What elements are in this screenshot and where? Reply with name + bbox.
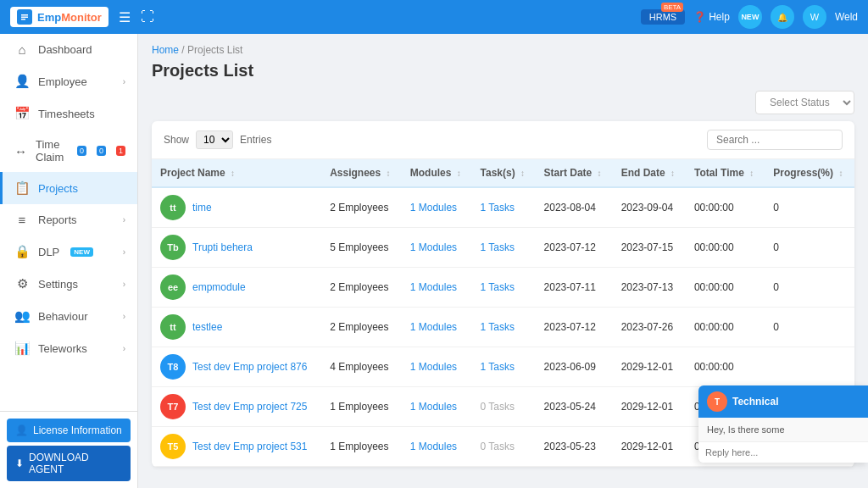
sidebar: ⌂ Dashboard 👤 Employee › 📅 Timesheets ↔ … — [0, 34, 138, 488]
chevron-down-icon: › — [123, 77, 125, 86]
tasks-cell: 1 Tasks — [472, 308, 536, 347]
projects-icon: 📋 — [14, 180, 30, 196]
license-info-button[interactable]: 👤 License Information — [7, 419, 131, 442]
tasks-link[interactable]: 1 Tasks — [481, 281, 515, 293]
status-select[interactable]: Select Status — [755, 91, 854, 114]
project-name-cell: T7 Test dev Emp project 725 — [152, 387, 321, 427]
project-name-link[interactable]: Test dev Emp project 725 — [192, 401, 307, 413]
sidebar-item-projects[interactable]: 📋 Projects — [0, 172, 137, 204]
tasks-link[interactable]: 0 Tasks — [481, 401, 515, 413]
project-name-cell: tt testlee — [152, 308, 321, 347]
sidebar-item-behaviour[interactable]: 👥 Behaviour › — [0, 300, 137, 332]
sort-icon[interactable]: ↕ — [749, 169, 754, 178]
chat-reply-input[interactable] — [698, 442, 868, 463]
entries-select[interactable]: 10 — [196, 130, 233, 149]
sort-icon[interactable]: ↕ — [231, 169, 235, 178]
search-input[interactable] — [707, 130, 843, 150]
sort-icon[interactable]: ↕ — [520, 169, 525, 178]
employee-icon: 👤 — [14, 74, 30, 89]
sidebar-item-time-claim[interactable]: ↔ Time Claim 0 0 1 — [0, 130, 137, 172]
progress-cell: 0 — [765, 308, 854, 347]
modules-link[interactable]: 1 Modules — [410, 441, 457, 452]
project-avatar: tt — [160, 314, 186, 340]
start-date-cell: 2023-07-11 — [536, 268, 613, 308]
tasks-link[interactable]: 1 Tasks — [481, 321, 515, 333]
assignees-cell: 1 Employees — [321, 387, 402, 427]
show-label: Show — [164, 134, 189, 146]
start-date-cell: 2023-05-24 — [536, 387, 613, 427]
tasks-link[interactable]: 0 Tasks — [481, 441, 515, 452]
end-date-cell: 2029-12-01 — [613, 347, 686, 387]
download-agent-button[interactable]: ⬇ DOWNLOAD AGENT — [7, 446, 131, 481]
tasks-link[interactable]: 1 Tasks — [481, 202, 515, 214]
col-progress: Progress(%) ↕ — [765, 159, 854, 187]
assignees-cell: 5 Employees — [321, 228, 402, 268]
notifications-button[interactable]: NEW — [738, 5, 762, 29]
col-total-time: Total Time ↕ — [686, 159, 765, 187]
entries-label: Entries — [240, 134, 271, 146]
expand-button[interactable]: ⛶ — [141, 9, 154, 25]
timesheets-icon: 📅 — [14, 106, 30, 121]
modules-link[interactable]: 1 Modules — [410, 241, 457, 253]
table-row: ee empmodule 2 Employees 1 Modules 1 Tas… — [152, 268, 854, 308]
breadcrumb-home[interactable]: Home — [152, 44, 179, 56]
table-row: tt testlee 2 Employees 1 Modules 1 Tasks… — [152, 308, 854, 347]
chevron-down-icon: › — [123, 280, 125, 289]
sort-icon[interactable]: ↕ — [457, 169, 461, 178]
chat-message: Hey, Is there some — [698, 418, 868, 441]
sort-icon[interactable]: ↕ — [387, 169, 391, 178]
sort-icon[interactable]: ↕ — [670, 169, 675, 178]
tasks-link[interactable]: 1 Tasks — [481, 241, 515, 253]
project-name-link[interactable]: empmodule — [192, 281, 246, 293]
sidebar-item-teleworks[interactable]: 📊 Teleworks › — [0, 332, 137, 364]
end-date-cell: 2023-09-04 — [613, 187, 686, 228]
help-button[interactable]: ❓ Help — [693, 11, 730, 23]
modules-link[interactable]: 1 Modules — [410, 401, 457, 413]
project-name-link[interactable]: Test dev Emp project 876 — [192, 361, 307, 373]
col-start-date: Start Date ↕ — [536, 159, 613, 187]
sort-icon[interactable]: ↕ — [598, 169, 602, 178]
page-title: Projects List — [152, 61, 854, 80]
chat-widget: T Technical Hey, Is there some — [698, 385, 868, 463]
sidebar-item-dashboard[interactable]: ⌂ Dashboard — [0, 34, 137, 65]
sidebar-item-dlp[interactable]: 🔒 DLP NEW › — [0, 236, 137, 268]
hamburger-button[interactable]: ☰ — [119, 9, 131, 25]
modules-link[interactable]: 1 Modules — [410, 202, 457, 214]
teleworks-icon: 📊 — [14, 341, 30, 356]
tasks-link[interactable]: 1 Tasks — [481, 361, 515, 373]
project-avatar: T5 — [160, 434, 186, 459]
hrms-button[interactable]: BETA HRMS — [641, 9, 685, 25]
sidebar-item-timesheets[interactable]: 📅 Timesheets — [0, 97, 137, 130]
end-date-cell: 2029-12-01 — [613, 427, 686, 467]
sidebar-item-employee[interactable]: 👤 Employee › — [0, 65, 137, 97]
user-avatar[interactable]: W — [803, 5, 826, 29]
modules-link[interactable]: 1 Modules — [410, 281, 457, 293]
bell-button[interactable]: 🔔 — [771, 5, 794, 29]
progress-cell: 0 — [765, 187, 854, 228]
tasks-cell: 1 Tasks — [472, 228, 536, 268]
project-name-link[interactable]: testlee — [192, 321, 222, 333]
table-row: tt time 2 Employees 1 Modules 1 Tasks 20… — [152, 187, 854, 228]
modules-link[interactable]: 1 Modules — [410, 321, 457, 333]
project-name-link[interactable]: Trupti behera — [192, 241, 253, 253]
col-end-date: End Date ↕ — [613, 159, 686, 187]
table-row: T8 Test dev Emp project 876 4 Employees … — [152, 347, 854, 387]
project-name-link[interactable]: time — [192, 202, 212, 214]
modules-link[interactable]: 1 Modules — [410, 361, 457, 373]
logo-icon — [17, 9, 32, 25]
top-header: EmpMonitor ☰ ⛶ BETA HRMS ❓ Help NEW 🔔 W … — [0, 0, 868, 34]
chat-input-area — [698, 441, 868, 463]
start-date-cell: 2023-07-12 — [536, 308, 613, 347]
end-date-cell: 2023-07-15 — [613, 228, 686, 268]
time-claim-badge-1: 0 — [77, 146, 86, 156]
project-name-link[interactable]: Test dev Emp project 531 — [192, 441, 307, 452]
sidebar-footer: 👤 License Information ⬇ DOWNLOAD AGENT — [0, 411, 137, 488]
sidebar-item-settings[interactable]: ⚙ Settings › — [0, 268, 137, 300]
progress-cell — [765, 347, 854, 387]
breadcrumb: Home / Projects List — [152, 44, 854, 56]
sidebar-item-reports[interactable]: ≡ Reports › — [0, 204, 137, 236]
chat-agent-name: Technical — [732, 396, 778, 408]
progress-cell: 0 — [765, 228, 854, 268]
total-time-cell: 00:00:00 — [686, 228, 765, 268]
sort-icon[interactable]: ↕ — [838, 169, 843, 178]
